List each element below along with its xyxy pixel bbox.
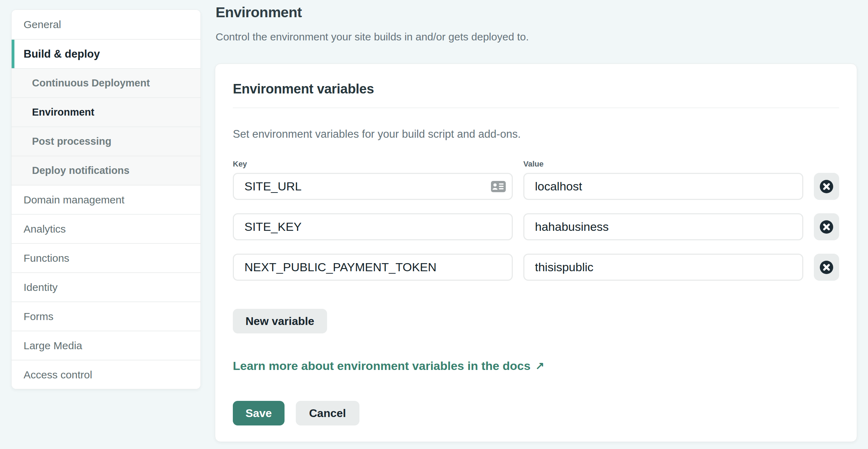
key-input[interactable] — [233, 213, 513, 240]
delete-variable-button[interactable] — [814, 213, 839, 240]
sidebar-item-label: Large Media — [24, 340, 82, 352]
value-input-wrap — [523, 173, 803, 200]
sidebar-item-label: Analytics — [24, 223, 66, 235]
circle-x-icon — [819, 260, 834, 274]
sidebar-item[interactable]: Identity — [12, 272, 200, 301]
value-column-label: Value — [523, 160, 803, 169]
page: { "theme": { "page_bg": "#f1f7f8", "acce… — [0, 0, 868, 449]
new-variable-button[interactable]: New variable — [233, 309, 327, 333]
value-input-wrap — [523, 213, 803, 240]
sidebar-item[interactable]: Large Media — [12, 331, 200, 360]
sidebar-item-label: Access control — [24, 369, 92, 381]
sidebar-item-label: Functions — [24, 252, 69, 264]
key-input-wrap — [233, 254, 513, 281]
sidebar-item-label: Deploy notifications — [32, 165, 129, 176]
value-input-wrap — [523, 254, 803, 281]
sidebar-item-label: Build & deploy — [24, 48, 100, 60]
card-divider — [233, 108, 839, 108]
sidebar-item-label: General — [24, 19, 61, 31]
sidebar-item[interactable]: Domain management — [12, 185, 200, 214]
circle-x-icon — [819, 220, 834, 234]
form-actions: Save Cancel — [233, 401, 839, 425]
sidebar-item[interactable]: Build & deploy — [12, 39, 200, 68]
key-input-wrap — [233, 213, 513, 240]
sidebar-item[interactable]: Access control — [12, 360, 200, 389]
value-input[interactable] — [523, 213, 803, 240]
key-input-wrap — [233, 173, 513, 200]
sidebar-item[interactable]: Forms — [12, 301, 200, 331]
value-input[interactable] — [523, 173, 803, 200]
sidebar-item[interactable]: Post processing — [12, 126, 200, 156]
sidebar-item-label: Post processing — [32, 136, 111, 147]
delete-variable-button[interactable] — [814, 254, 839, 281]
sidebar-item-label: Environment — [32, 106, 94, 118]
external-link-arrow-icon: ↗ — [535, 358, 544, 373]
sidebar-item-label: Forms — [24, 311, 53, 323]
sidebar-item[interactable]: Analytics — [12, 214, 200, 243]
key-input[interactable] — [233, 173, 513, 200]
sidebar-item[interactable]: Continuous Deployment — [12, 68, 200, 97]
docs-link-row: Learn more about environment variables i… — [233, 358, 839, 373]
sidebar-item-label: Continuous Deployment — [32, 77, 150, 89]
env-var-row — [233, 213, 839, 240]
env-var-rows — [233, 173, 839, 281]
cancel-button[interactable]: Cancel — [296, 401, 359, 425]
sidebar-item[interactable]: General — [12, 10, 200, 39]
page-subtitle: Control the environment your site builds… — [216, 31, 529, 43]
sidebar-item-label: Identity — [24, 281, 58, 293]
sidebar-item[interactable]: Deploy notifications — [12, 156, 200, 185]
docs-link-text: Learn more about environment variables i… — [233, 358, 530, 373]
settings-sidebar: General Build & deploy Continuous Deploy… — [11, 9, 201, 389]
sidebar-item-label: Domain management — [24, 194, 125, 206]
card-title: Environment variables — [233, 81, 839, 97]
save-button[interactable]: Save — [233, 401, 285, 425]
key-column-label: Key — [233, 160, 513, 169]
env-var-row — [233, 254, 839, 281]
contact-card-autofill-icon — [491, 181, 506, 192]
delete-variable-button[interactable] — [814, 173, 839, 200]
page-title: Environment — [216, 4, 302, 21]
value-input[interactable] — [523, 254, 803, 281]
env-var-row — [233, 173, 839, 200]
docs-link[interactable]: Learn more about environment variables i… — [233, 358, 544, 373]
column-labels-row: Key Value — [233, 160, 839, 169]
card-description: Set environment variables for your build… — [233, 127, 839, 141]
sidebar-item[interactable]: Environment — [12, 97, 200, 126]
key-input[interactable] — [233, 254, 513, 281]
circle-x-icon — [819, 180, 834, 194]
environment-variables-card: Environment variables Set environment va… — [215, 64, 857, 442]
sidebar-item[interactable]: Functions — [12, 243, 200, 272]
